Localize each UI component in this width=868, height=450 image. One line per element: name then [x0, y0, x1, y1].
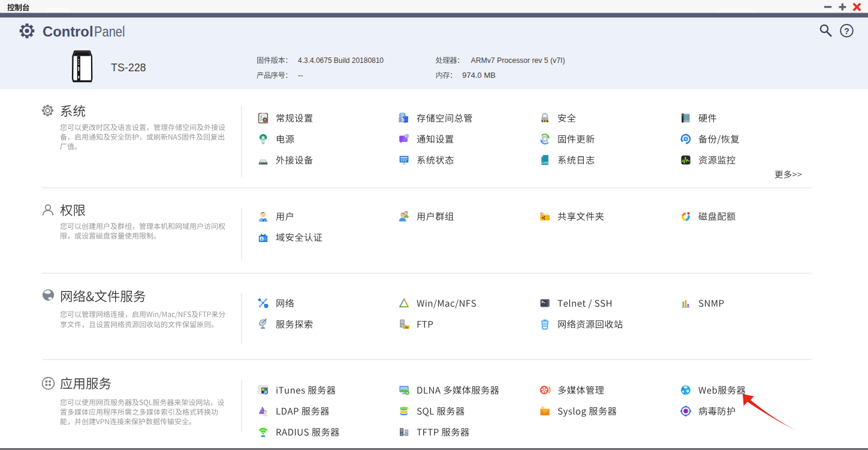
svg-text:LOG: LOG	[542, 161, 548, 164]
svg-text:Control: Control	[43, 23, 94, 40]
svg-text:Panel: Panel	[94, 23, 125, 40]
svg-text:?: ?	[844, 26, 849, 36]
svg-text:4.3.4.0675 Build 20180810: 4.3.4.0675 Build 20180810	[298, 56, 384, 65]
svg-text:ARMv7 Processor rev 5 (v7I): ARMv7 Processor rev 5 (v7I)	[471, 56, 565, 65]
svg-text:TS-228: TS-228	[111, 61, 146, 74]
svg-text:--: --	[298, 71, 303, 80]
svg-text:974.0 MB: 974.0 MB	[462, 71, 496, 80]
